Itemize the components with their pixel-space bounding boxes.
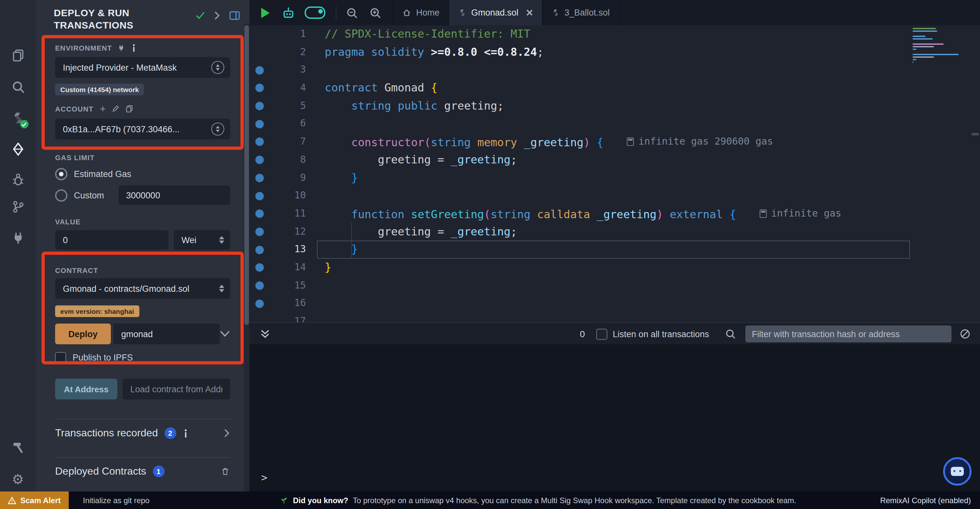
deploy-button[interactable]: Deploy <box>55 324 111 344</box>
git-init-button[interactable]: Initialize as git repo <box>83 491 150 509</box>
expand-args-icon[interactable] <box>220 330 230 338</box>
code-line[interactable]: 10 <box>250 187 980 204</box>
clear-terminal-icon[interactable] <box>959 328 971 340</box>
contract-select[interactable]: Gmonad - contracts/Gmonad.sol <box>55 278 230 299</box>
code-line[interactable]: 17 <box>250 313 980 322</box>
gutter-dot[interactable] <box>255 84 264 93</box>
at-address-input[interactable] <box>123 379 230 399</box>
ai-robot-icon[interactable] <box>281 5 296 20</box>
pin-panel-icon[interactable] <box>229 10 240 21</box>
panel-scrollbar[interactable] <box>244 23 250 491</box>
gutter-dot[interactable] <box>255 191 264 200</box>
at-address-button[interactable]: At Address <box>55 379 117 399</box>
debugger-icon[interactable] <box>11 172 25 187</box>
publish-ipfs-option[interactable]: Publish to IPFS <box>55 352 230 363</box>
transactions-recorded-section[interactable]: Transactions recorded 2 <box>55 419 230 447</box>
scam-alert-button[interactable]: Scam Alert <box>0 491 69 509</box>
info-icon[interactable] <box>183 429 188 437</box>
add-account-icon[interactable]: + <box>100 103 106 114</box>
gutter-dot[interactable] <box>255 246 264 254</box>
code-line[interactable]: 13 } <box>250 241 980 259</box>
line-number: 14 <box>269 259 306 276</box>
solidity-compiler-icon[interactable] <box>11 111 25 125</box>
code-line[interactable]: 9 } <box>250 169 980 187</box>
git-branch-icon[interactable] <box>11 200 25 214</box>
check-icon[interactable] <box>195 10 205 21</box>
gutter-dot[interactable] <box>255 228 264 236</box>
line-number: 16 <box>269 295 306 313</box>
code-line[interactable]: 6 <box>250 115 980 133</box>
gutter-dot[interactable] <box>255 138 264 146</box>
line-number: 15 <box>269 276 306 294</box>
estimated-gas-option[interactable]: Estimated Gas <box>55 168 230 180</box>
code-line[interactable]: 7 constructor(string memory _greeting) {… <box>250 133 980 151</box>
zoom-out-icon[interactable] <box>345 6 358 19</box>
gutter-dot[interactable] <box>255 174 264 182</box>
code-line[interactable]: 3 <box>250 61 980 79</box>
code-line[interactable]: 15 <box>250 276 980 294</box>
settings-gear-icon[interactable]: ⚙ <box>12 473 24 487</box>
code-line[interactable]: 5 string public greeting; <box>250 97 980 115</box>
publish-ipfs-checkbox[interactable] <box>55 352 66 363</box>
constructor-arg-input[interactable] <box>113 324 220 344</box>
chevron-right-icon[interactable] <box>214 11 220 20</box>
run-script-icon[interactable] <box>261 8 270 18</box>
collapse-terminal-icon[interactable] <box>260 329 270 339</box>
custom-gas-option[interactable]: Custom <box>55 185 230 205</box>
trash-icon[interactable] <box>220 466 230 477</box>
gutter-dot[interactable] <box>255 156 264 164</box>
select-arrows-icon <box>219 236 224 244</box>
deployed-contracts-section[interactable]: Deployed Contracts 1 <box>55 457 230 485</box>
gutter-dot[interactable] <box>255 209 264 218</box>
code-line[interactable]: 12 greeting = _greeting; <box>250 223 980 241</box>
remix-ai-assistant-button[interactable] <box>943 457 972 486</box>
code-line[interactable]: 1// SPDX-License-Identifier: MIT <box>250 25 980 43</box>
code-line[interactable]: 14} <box>250 259 980 276</box>
copy-icon[interactable] <box>125 104 133 113</box>
plugin-manager-icon[interactable] <box>11 231 25 245</box>
solidity-file-icon <box>458 8 467 18</box>
deploy-run-icon[interactable] <box>11 142 25 156</box>
code-line[interactable]: 8 greeting = _greeting; <box>250 151 980 169</box>
tab-ballot-sol[interactable]: 3_Ballot.sol <box>542 0 620 25</box>
gutter-dot[interactable] <box>255 299 264 308</box>
custom-gas-radio[interactable] <box>55 189 67 201</box>
tab-home[interactable]: Home <box>392 0 449 25</box>
code-editor[interactable]: 1// SPDX-License-Identifier: MIT2pragma … <box>250 25 980 322</box>
close-tab-icon[interactable] <box>526 9 533 16</box>
code-line[interactable]: 11 function setGreeting(string calldata … <box>250 205 980 223</box>
tab-gmonad-sol[interactable]: Gmonad.sol <box>449 0 542 25</box>
code-line[interactable]: 4contract Gmonad { <box>250 79 980 97</box>
search-icon[interactable] <box>725 328 736 340</box>
copilot-toggle[interactable] <box>305 6 325 19</box>
gutter-dot[interactable] <box>255 120 264 128</box>
terminal-output[interactable]: > <box>250 344 980 491</box>
value-input[interactable] <box>55 230 169 250</box>
build-tools-icon[interactable] <box>11 440 25 455</box>
listen-all-checkbox[interactable] <box>597 329 608 340</box>
gutter-dot[interactable] <box>255 102 264 110</box>
editor-scroll-indicator[interactable] <box>972 133 979 136</box>
estimated-gas-radio[interactable] <box>55 168 67 180</box>
search-icon[interactable] <box>11 80 25 94</box>
info-icon[interactable] <box>130 44 137 52</box>
code-line[interactable]: 16 <box>250 295 980 313</box>
value-unit-select[interactable]: Wei <box>174 230 230 250</box>
chevron-right-icon[interactable] <box>224 429 230 438</box>
account-select[interactable]: 0xB1a...AF67b (7037.30466... <box>55 119 230 139</box>
minimap[interactable] <box>913 28 968 72</box>
sign-message-icon[interactable] <box>111 104 119 113</box>
gutter-dot[interactable] <box>255 281 264 290</box>
custom-gas-input[interactable] <box>118 185 230 205</box>
select-arrows-icon <box>219 285 224 292</box>
zoom-in-icon[interactable] <box>369 6 382 19</box>
line-number: 2 <box>269 43 306 61</box>
environment-select[interactable]: Injected Provider - MetaMask <box>55 57 230 78</box>
transaction-filter-input[interactable] <box>745 326 951 342</box>
gutter-dot[interactable] <box>255 263 264 272</box>
file-explorer-icon[interactable] <box>11 48 25 62</box>
gutter-dot[interactable] <box>255 66 264 74</box>
code-line[interactable]: 2pragma solidity >=0.8.0 <=0.8.24; <box>250 43 980 61</box>
scrollbar-thumb[interactable] <box>244 25 249 325</box>
line-number: 7 <box>269 133 306 151</box>
